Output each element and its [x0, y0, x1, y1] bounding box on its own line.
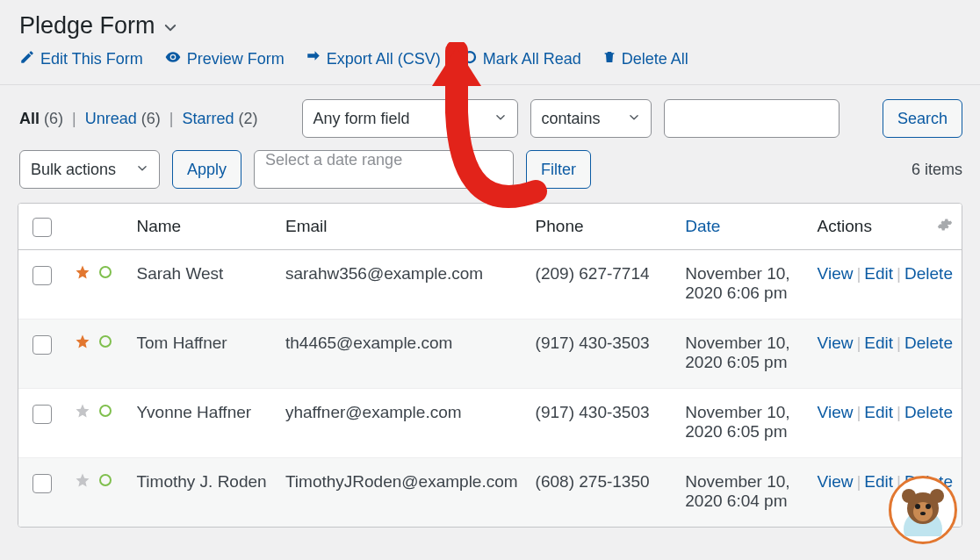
entries-table: Name Email Phone Date Actions Sarah West…	[18, 203, 962, 528]
header-settings[interactable]	[928, 204, 962, 250]
help-mascot[interactable]	[889, 476, 957, 544]
apply-button-label: Apply	[187, 161, 227, 179]
filter-button-label: Filter	[541, 161, 576, 179]
row-checkbox[interactable]	[32, 474, 52, 493]
star-icon[interactable]	[75, 334, 90, 349]
operator-select-label: contains	[542, 110, 601, 128]
edit-link[interactable]: Edit	[864, 403, 893, 421]
header-phone[interactable]: Phone	[527, 204, 677, 250]
table-row: Sarah Westsarahw356@example.com(209) 627…	[18, 250, 962, 319]
svg-point-6	[915, 504, 920, 509]
read-indicator-icon[interactable]	[99, 405, 112, 417]
table-row: Timothy J. RodenTimothyJRoden@example.co…	[18, 458, 962, 528]
cell-email: th4465@example.com	[277, 319, 527, 389]
filter-unread[interactable]: Unread (6)	[85, 110, 161, 128]
filter-all-label: All	[19, 110, 40, 127]
sep: |	[169, 110, 174, 128]
delete-all-link[interactable]: Delete All	[602, 49, 688, 69]
read-indicator-icon[interactable]	[99, 266, 112, 278]
cell-date: November 10, 2020 6:04 pm	[676, 458, 808, 528]
chevron-down-icon[interactable]	[162, 17, 178, 36]
view-link[interactable]: View	[818, 264, 854, 283]
delete-link[interactable]: Delete	[904, 264, 953, 283]
form-field-select-label: Any form field	[313, 110, 410, 128]
apply-button[interactable]: Apply	[172, 150, 241, 189]
mark-all-read-link[interactable]: Mark All Read	[462, 49, 581, 69]
items-count: 6 items	[912, 161, 962, 179]
edit-link[interactable]: Edit	[864, 334, 893, 352]
delete-link[interactable]: Delete	[904, 403, 953, 421]
header-date-label[interactable]: Date	[685, 217, 720, 235]
date-range-placeholder: Select a date range	[265, 151, 402, 169]
edit-form-link[interactable]: Edit This Form	[19, 49, 143, 69]
row-checkbox[interactable]	[32, 335, 52, 355]
cell-name: Timothy J. Roden	[127, 458, 277, 528]
filter-unread-label[interactable]: Unread	[85, 110, 137, 127]
search-button[interactable]: Search	[883, 99, 962, 138]
bulk-actions-select[interactable]: Bulk actions	[19, 150, 160, 189]
view-link[interactable]: View	[818, 472, 854, 491]
select-all-checkbox[interactable]	[32, 218, 52, 237]
table-header-row: Name Email Phone Date Actions	[18, 204, 962, 250]
cell-phone: (917) 430-3503	[527, 389, 677, 458]
cell-date: November 10, 2020 6:06 pm	[676, 250, 808, 319]
header-actions: Actions	[809, 204, 928, 250]
star-icon[interactable]	[75, 403, 90, 419]
trash-icon	[602, 49, 616, 69]
header-indicators-col	[66, 204, 128, 250]
row-checkbox[interactable]	[32, 266, 52, 285]
gear-icon[interactable]	[937, 218, 953, 236]
edit-form-label: Edit This Form	[40, 50, 143, 68]
filter-all[interactable]: All (6)	[19, 110, 63, 128]
filter-all-count: (6)	[44, 110, 63, 127]
star-icon[interactable]	[75, 264, 90, 280]
circle-icon	[462, 49, 478, 69]
chevron-down-icon	[494, 110, 507, 128]
filter-starred-label[interactable]: Starred	[182, 110, 234, 127]
cell-phone: (917) 430-3503	[527, 319, 677, 389]
table-row: Yvonne Haffneryhaffner@example.com(917) …	[18, 389, 962, 458]
sep: |	[72, 110, 76, 128]
cell-phone: (608) 275-1350	[527, 458, 677, 528]
bulk-actions-label: Bulk actions	[31, 161, 116, 179]
filter-unread-count: (6)	[141, 110, 161, 127]
table-row: Tom Haffnerth4465@example.com(917) 430-3…	[18, 319, 962, 389]
svg-point-7	[926, 504, 931, 509]
delete-link[interactable]: Delete	[904, 334, 953, 352]
search-input[interactable]	[664, 99, 839, 138]
read-indicator-icon[interactable]	[99, 335, 112, 348]
export-all-link[interactable]: Export All (CSV)	[306, 49, 441, 69]
cell-phone: (209) 627-7714	[527, 250, 677, 319]
preview-form-label: Preview Form	[187, 50, 285, 68]
view-link[interactable]: View	[818, 403, 854, 421]
cell-date: November 10, 2020 6:05 pm	[676, 389, 808, 458]
search-button-label: Search	[897, 110, 948, 128]
pencil-icon	[19, 49, 35, 69]
view-link[interactable]: View	[818, 334, 854, 352]
star-icon[interactable]	[75, 472, 90, 488]
cell-email: TimothyJRoden@example.com	[277, 458, 527, 528]
form-field-select[interactable]: Any form field	[302, 99, 518, 138]
edit-link[interactable]: Edit	[864, 472, 893, 491]
row-checkbox[interactable]	[32, 405, 52, 424]
filter-starred[interactable]: Starred (2)	[182, 110, 257, 128]
filter-button[interactable]: Filter	[526, 150, 591, 189]
header-date[interactable]: Date	[676, 204, 808, 250]
header-email[interactable]: Email	[277, 204, 527, 250]
export-all-label: Export All (CSV)	[327, 50, 441, 68]
header-name[interactable]: Name	[127, 204, 277, 250]
cell-actions: View|Edit|Delete	[809, 389, 962, 458]
delete-all-label: Delete All	[622, 50, 688, 68]
cell-name: Sarah West	[127, 250, 277, 319]
mark-all-read-label: Mark All Read	[483, 50, 581, 68]
edit-link[interactable]: Edit	[864, 264, 893, 283]
preview-form-link[interactable]: Preview Form	[164, 48, 285, 70]
filter-row-2: Bulk actions Apply Select a date range F…	[19, 150, 962, 189]
date-range-input[interactable]: Select a date range	[254, 150, 514, 189]
cell-email: yhaffner@example.com	[277, 389, 527, 458]
operator-select[interactable]: contains	[530, 99, 652, 138]
title-row: Pledge Form	[19, 12, 962, 39]
table-nav: All (6) | Unread (6) | Starred (2) Any f…	[0, 85, 980, 197]
read-indicator-icon[interactable]	[99, 474, 112, 486]
cell-email: sarahw356@example.com	[277, 250, 527, 319]
